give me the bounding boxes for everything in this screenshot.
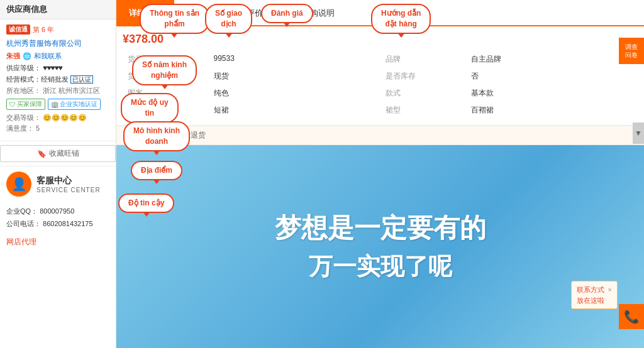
service-subtitle: SERVICE CENTER [36,187,101,193]
satisfaction-label: 满意度： [6,124,34,132]
price-row: ¥378.00 [123,33,638,46]
banner: 梦想是一定要有的 万一实现了呢 [116,145,644,348]
sidebar: 供应商信息 诚信通 第 6 年 杭州秀普服饰有限公司 朱强 🌐 和我联系 供应等… [0,0,116,348]
banner-text2: 万一实现了呢 [309,251,452,283]
trade-stars: 😊😊😊😊😊 [43,114,87,121]
field-label: 是否库存 [380,68,467,85]
table-row: 货源类别 现货 是否库存 否 [123,68,638,85]
supply-stars: ♥♥♥♥♥ [43,63,62,72]
banner-text1: 梦想是一定要有的 [275,210,486,246]
badge-buyer-text: 买家保障 [17,100,42,109]
phone-widget[interactable]: 📞 [619,304,644,329]
tooltip-reviews: Đánh giá [261,4,313,23]
shop-agent-text[interactable]: 网店代理 [6,237,36,246]
bookmark-icon: 🔖 [37,150,47,158]
tooltip-location: Địa điểm [131,161,182,180]
certified-badge: 已认证 [70,75,93,84]
shield-icon: 🛡 [9,101,16,108]
field-value: 自主品牌 [466,51,638,68]
badge-company-text: 企业实地认证 [60,100,97,109]
collect-button[interactable]: 🔖 收藏旺铺 [0,145,116,162]
trust-icon: 诚信通 [6,24,30,35]
contact-row: 朱强 🌐 和我联系 [6,52,109,61]
contact-icon: 🌐 [23,52,31,60]
right-widgets: 调查问卷 [619,38,644,65]
qq-row: 企业QQ： 800007950 [6,205,109,218]
phone-row: 公司电话： 8602081432175 [6,218,109,231]
scroll-arrow[interactable]: ▼ [633,122,644,144]
badge-company: 🏢 企业实地认证 [48,99,101,110]
field-value: 基本款 [466,85,638,102]
company-name[interactable]: 杭州秀普服饰有限公司 [6,38,109,49]
shop-agent-link[interactable]: 网店代理 [0,234,116,250]
location-row: 所在地区： 浙江 杭州市滨江区 [6,86,109,95]
badge-buyer: 🛡 买家保障 [6,99,45,110]
qq-value: 800007950 [40,207,74,215]
building-icon: 🏢 [51,101,58,108]
tooltip-business-model: Mô hình kinhdoanh [123,121,190,151]
field-label: 品牌 [380,51,467,68]
service-title: 客服中心 [36,175,101,187]
trade-label: 交易等级： [6,114,41,121]
tooltip-transactions: Số giaodịch [205,4,252,34]
tooltip-reliability: Độ tin cậy [118,193,174,213]
satisfaction-value: 5 [36,124,40,132]
phone-label: 公司电话： [6,220,41,227]
field-value: 否 [466,68,638,85]
phone-icon: 📞 [624,309,640,324]
contact-popup: × 联系方式放在这啦 [571,281,618,309]
contact-popup-text: 联系方式放在这啦 [577,286,604,304]
contact-name: 朱强 [6,52,20,61]
sidebar-header: 供应商信息 [0,0,116,19]
tooltip-product-info: Thông tin sảnphẩm [140,4,209,34]
table-row: 货号 99533 品牌 自主品牌 [123,51,638,68]
qq-label: 企业QQ： [6,207,38,215]
service-text: 客服中心 SERVICE CENTER [36,175,101,193]
collect-btn-label: 收藏旺铺 [49,148,79,159]
price-value: 378.00 [129,33,164,45]
survey-widget[interactable]: 调查问卷 [619,38,644,64]
product-info-table: 货号 99533 品牌 自主品牌 货源类别 现货 是否库存 否 图案 纯色 款式… [123,51,638,119]
trust-badge: 诚信通 第 6 年 [6,24,109,35]
field-label: 裙型 [380,102,467,119]
contact-popup-close[interactable]: × [608,285,612,295]
business-label: 经营模式：经销批发 [6,75,69,83]
service-center: 👤 客服中心 SERVICE CENTER [0,166,116,202]
supply-label: 供应等级： [6,64,41,72]
field-value: 99533 [209,51,380,68]
phone-value: 8602081432175 [43,220,93,227]
field-value: 纯色 [209,85,380,102]
supply-row: 供应等级： ♥♥♥♥♥ [6,63,109,73]
trust-years: 第 6 年 [33,25,54,35]
trade-row: 交易等级： 😊😊😊😊😊 [6,113,109,122]
table-row: 图案 纯色 款式 基本款 [123,85,638,102]
tooltip-order-guide: Hướng dẫnđặt hàng [371,4,431,34]
service-icon: 👤 [6,171,31,197]
location-value: 浙江 杭州市滨江区 [43,87,100,94]
shipping-row: 产品支持七天无理由退货 [116,126,644,145]
field-label: 款式 [380,85,467,102]
badges-row: 🛡 买家保障 🏢 企业实地认证 [6,99,109,110]
seller-info: 诚信通 第 6 年 杭州秀普服饰有限公司 朱强 🌐 和我联系 供应等级： ♥♥♥… [0,19,116,141]
tooltip-trust-level: Mức độ uytin [121,93,179,123]
tooltip-experience: Số năm kinhnghiệm [132,55,197,85]
business-row: 经营模式：经销批发 已认证 [6,75,109,84]
field-value: 百褶裙 [466,102,638,119]
main-content: 详细信息 成交2786 评价517 订购说明 ¥378.00 货号 99533 … [116,0,644,348]
contact-info: 企业QQ： 800007950 公司电话： 8602081432175 [0,202,116,234]
field-value: 短裙 [209,102,380,119]
satisfaction-row: 满意度： 5 [6,124,109,133]
contact-link[interactable]: 和我联系 [34,52,62,61]
field-value: 现货 [209,68,380,85]
location-label: 所在地区： [6,87,41,94]
table-row: 裙长 短裙 裙型 百褶裙 [123,102,638,119]
